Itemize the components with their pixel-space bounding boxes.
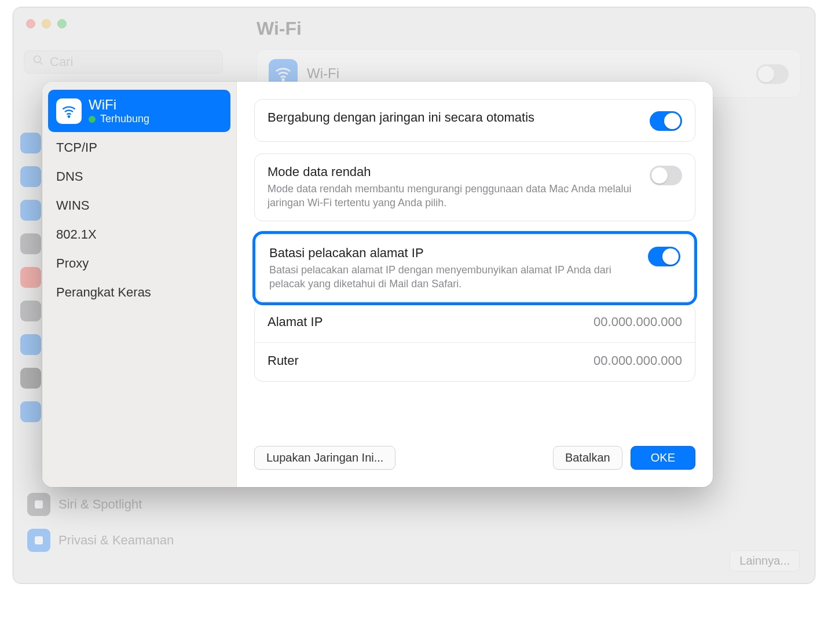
sidebar-icon (20, 301, 41, 321)
wifi-details-modal: WiFi Terhubung TCP/IPDNSWINS802.1XProxyP… (42, 82, 713, 487)
auto-join-toggle[interactable] (650, 111, 682, 131)
sidebar-item-label: Siri & Spotlight (58, 497, 142, 512)
ip-info-card: Alamat IP 00.000.000.000 Ruter 00.000.00… (254, 303, 695, 382)
ip-tracking-card: Batasi pelacakan alamat IP Batasi pelaca… (256, 235, 694, 302)
settings-window: Wi-Fi Siri & SpotlightPrivasi & Keamanan… (13, 7, 815, 584)
page-title: Wi-Fi (257, 18, 302, 39)
search-field[interactable] (24, 50, 223, 74)
maximize-icon[interactable] (57, 19, 67, 28)
sidebar-item-label: Proxy (56, 256, 89, 271)
highlight-frame: Batasi pelacakan alamat IP Batasi pelaca… (254, 233, 695, 304)
wifi-icon (56, 98, 82, 124)
sidebar-icon (20, 233, 41, 254)
low-data-desc: Mode data rendah membantu mengurangi pen… (268, 182, 640, 210)
sidebar-icon (20, 200, 41, 221)
sidebar-item-802-1x[interactable]: 802.1X (48, 220, 230, 249)
auto-join-card: Bergabung dengan jaringan ini secara oto… (254, 99, 695, 142)
sidebar-icon (20, 133, 41, 153)
close-icon[interactable] (26, 19, 35, 28)
sidebar-item-tcp-ip[interactable]: TCP/IP (48, 133, 230, 162)
ip-address-value: 00.000.000.000 (593, 314, 682, 330)
auto-join-title: Bergabung dengan jaringan ini secara oto… (268, 110, 640, 125)
low-data-title: Mode data rendah (268, 164, 640, 180)
low-data-card: Mode data rendah Mode data rendah memban… (254, 153, 695, 221)
router-value: 00.000.000.000 (593, 353, 682, 368)
svg-point-5 (68, 116, 69, 117)
sidebar-icon (20, 401, 41, 422)
sidebar-icon (20, 166, 41, 187)
ok-button[interactable]: OKE (631, 446, 695, 470)
sidebar-item-label: WiFi (89, 97, 149, 113)
modal-sidebar: WiFi Terhubung TCP/IPDNSWINS802.1XProxyP… (42, 82, 237, 487)
sidebar-item-wifi[interactable]: WiFi Terhubung (48, 90, 230, 132)
low-data-toggle[interactable] (650, 166, 682, 185)
more-button[interactable]: Lainnya... (730, 550, 800, 572)
sidebar-item-label: Perangkat Keras (56, 285, 151, 300)
wifi-header-title: Wi-Fi (307, 65, 747, 82)
modal-footer: Lupakan Jaringan Ini... Batalkan OKE (254, 431, 695, 470)
ip-tracking-title: Batasi pelacakan alamat IP (269, 246, 639, 261)
minimize-icon[interactable] (42, 19, 51, 28)
sidebar-item-status: Terhubung (100, 113, 149, 125)
sidebar-item-label: DNS (56, 169, 83, 184)
sidebar-item-wins[interactable]: WINS (48, 191, 230, 220)
sidebar-item-perangkat-keras[interactable]: Perangkat Keras (48, 278, 230, 307)
background-sidebar-list: Siri & SpotlightPrivasi & Keamanan (24, 491, 223, 554)
svg-point-4 (283, 79, 284, 80)
bg-sidebar-item[interactable]: Privasi & Keamanan (24, 526, 223, 554)
sidebar-item-proxy[interactable]: Proxy (48, 249, 230, 278)
modal-main: Bergabung dengan jaringan ini secara oto… (237, 82, 713, 487)
sidebar-icon (20, 368, 41, 389)
wifi-master-toggle[interactable] (756, 64, 789, 84)
status-dot-icon (89, 116, 96, 123)
cancel-button[interactable]: Batalkan (553, 446, 622, 470)
bg-sidebar-item[interactable]: Siri & Spotlight (24, 491, 223, 518)
sidebar-item-label: 802.1X (56, 227, 97, 242)
ip-tracking-desc: Batasi pelacakan alamat IP dengan menyem… (269, 263, 639, 291)
router-label: Ruter (268, 353, 584, 368)
ip-tracking-toggle[interactable] (648, 247, 680, 266)
titlebar (13, 8, 815, 40)
sidebar-icon (20, 267, 41, 288)
sidebar-item-label: Privasi & Keamanan (58, 533, 174, 548)
sidebar-item-dns[interactable]: DNS (48, 162, 230, 191)
search-input[interactable] (50, 54, 214, 69)
sidebar-item-label: TCP/IP (56, 140, 97, 155)
ip-address-label: Alamat IP (268, 314, 584, 330)
forget-network-button[interactable]: Lupakan Jaringan Ini... (254, 446, 395, 470)
sidebar-item-label: WINS (56, 198, 89, 213)
sidebar-icon (20, 334, 41, 355)
